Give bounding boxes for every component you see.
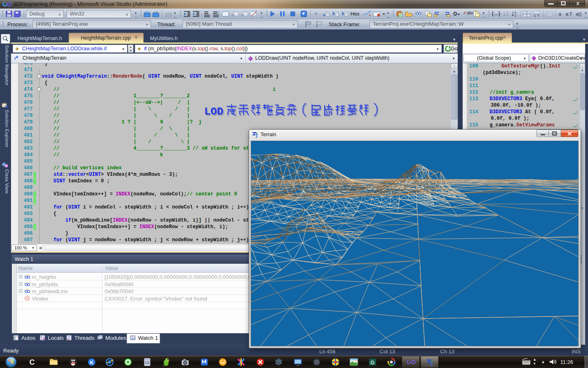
svg-text:K: K (90, 359, 94, 366)
svg-text:C: C (29, 358, 35, 366)
svg-text:A: A (514, 11, 517, 14)
svg-text:LOD: LOD (204, 105, 223, 118)
svg-text:Z: Z (514, 14, 517, 17)
svg-text:G: G (370, 359, 374, 366)
